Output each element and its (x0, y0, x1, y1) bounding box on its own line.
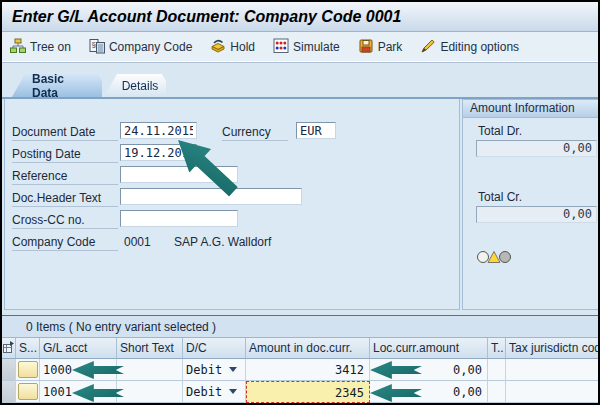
company-code-field-label: Company Code (12, 235, 118, 251)
column-header-tax-jurisdiction[interactable]: Tax jurisdictn cod (506, 338, 598, 359)
park-icon (358, 38, 374, 57)
simulate-button[interactable]: Simulate (273, 38, 340, 57)
total-cr-label: Total Cr. (478, 190, 522, 204)
status-box-icon (18, 383, 38, 400)
total-dr-value: 0,00 (476, 140, 597, 157)
status-box-icon (18, 361, 38, 378)
chevron-down-icon (229, 367, 237, 372)
column-header-gl-acct[interactable]: G/L acct (40, 338, 117, 359)
tax-cell[interactable] (488, 359, 506, 381)
tab-basic-data-label: Basic Data (32, 72, 92, 100)
tax-jurisdiction-cell[interactable] (506, 381, 598, 403)
svg-text:§: § (91, 40, 95, 49)
tax-jurisdiction-cell[interactable] (506, 359, 598, 381)
row-selector-cell[interactable] (2, 381, 16, 403)
company-code-name: SAP A.G. Walldorf (174, 235, 271, 249)
gray-circle-icon (500, 252, 511, 263)
items-summary-bar: 0 Items ( No entry variant selected ) (2, 315, 598, 338)
editing-options-button[interactable]: Editing options (420, 38, 519, 57)
tab-basic-data[interactable]: Basic Data (12, 74, 102, 97)
park-label: Park (378, 40, 403, 54)
gray-circle-icon (478, 252, 489, 263)
chevron-down-icon (229, 389, 237, 394)
column-header-tax[interactable]: T.. (488, 338, 506, 359)
tab-details-label: Details (122, 79, 159, 93)
tree-on-label: Tree on (30, 40, 71, 54)
hold-label: Hold (230, 40, 255, 54)
simulate-icon (273, 38, 289, 57)
amount-cell[interactable]: 3412 (246, 359, 370, 381)
column-header-status[interactable]: S... (16, 338, 40, 359)
company-code-value: 0001 (124, 235, 151, 249)
yellow-triangle-warning-icon (488, 252, 500, 263)
currency-label: Currency (222, 125, 288, 141)
currency-input[interactable] (296, 122, 336, 139)
table-settings-icon[interactable] (2, 338, 16, 359)
dc-dropdown[interactable]: Debit (183, 381, 246, 403)
pencil-icon (420, 38, 436, 57)
tab-details[interactable]: Details (104, 74, 166, 97)
total-cr-value: 0,00 (476, 206, 597, 223)
column-header-loc-curr-amount[interactable]: Loc.curr.amount (370, 338, 488, 359)
hold-icon (210, 38, 226, 57)
short-text-cell[interactable] (117, 359, 183, 381)
company-code-button[interactable]: § Company Code (89, 38, 192, 57)
hold-button[interactable]: Hold (210, 38, 255, 57)
dc-dropdown[interactable]: Debit (183, 359, 246, 381)
status-cell[interactable] (16, 359, 40, 381)
doc-header-text-label: Doc.Header Text (12, 191, 118, 207)
simulate-label: Simulate (293, 40, 340, 54)
row-selector-cell[interactable] (2, 359, 16, 381)
tax-cell[interactable] (488, 381, 506, 403)
amount-information-title: Amount Information (463, 100, 600, 118)
tree-on-button[interactable]: Tree on (10, 38, 71, 57)
document-date-input[interactable] (120, 122, 197, 139)
total-dr-label: Total Dr. (478, 124, 522, 138)
dc-value: Debit (186, 363, 222, 377)
application-toolbar: Tree on § Company Code Hold Simulate Par… (2, 32, 598, 63)
editing-options-label: Editing options (440, 40, 519, 54)
column-header-dc[interactable]: D/C (183, 338, 246, 359)
cross-cc-no-input[interactable] (120, 210, 238, 227)
company-code-icon: § (89, 38, 105, 57)
company-code-label: Company Code (109, 40, 192, 54)
short-text-cell[interactable] (117, 381, 183, 403)
document-date-label: Document Date (12, 125, 118, 141)
status-cell[interactable] (16, 381, 40, 403)
doc-header-text-input[interactable] (120, 188, 302, 205)
park-button[interactable]: Park (358, 38, 403, 57)
tree-icon (10, 38, 26, 57)
window-title: Enter G/L Account Document: Company Code… (2, 2, 598, 32)
dc-value: Debit (186, 385, 222, 399)
cross-cc-no-label: Cross-CC no. (12, 213, 118, 229)
column-header-short-text[interactable]: Short Text (117, 338, 183, 359)
balance-status-icons (476, 249, 516, 269)
amount-cell-focused[interactable]: 2345 (246, 381, 370, 403)
reference-label: Reference (12, 169, 118, 185)
posting-date-label: Posting Date (12, 147, 118, 163)
items-table-header: S... G/L acct Short Text D/C Amount in d… (2, 338, 598, 359)
column-header-amount-doc-curr[interactable]: Amount in doc.curr. (246, 338, 370, 359)
sap-window: Enter G/L Account Document: Company Code… (0, 0, 600, 405)
